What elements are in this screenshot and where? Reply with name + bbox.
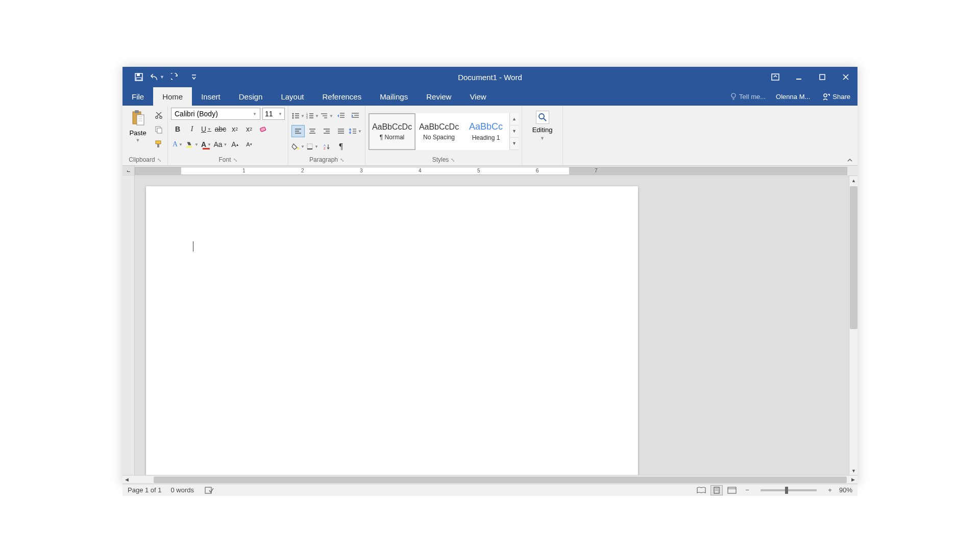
tab-file[interactable]: File [122, 87, 153, 106]
multilevel-list-button[interactable]: ▼ [320, 110, 333, 122]
quick-access-toolbar: ▼ [122, 70, 201, 84]
svg-point-10 [824, 94, 827, 97]
close-button[interactable] [834, 67, 857, 87]
spell-check-icon[interactable] [203, 485, 215, 495]
zoom-out-button[interactable]: − [741, 485, 753, 495]
account-user[interactable]: Olenna M... [771, 93, 815, 101]
style-scroll-down[interactable]: ▼ [510, 126, 519, 138]
bold-button[interactable]: B [171, 123, 184, 135]
scroll-up-arrow[interactable]: ▲ [849, 176, 857, 185]
styles-dialog-launcher[interactable]: ⤡ [451, 157, 455, 163]
increase-indent-button[interactable] [349, 110, 362, 122]
align-left-button[interactable] [291, 125, 305, 137]
sort-button[interactable]: AZ [320, 140, 333, 153]
tell-me-search[interactable]: Tell me... [725, 93, 771, 101]
document-page[interactable] [146, 186, 638, 475]
show-hide-button[interactable]: ¶ [334, 140, 348, 153]
italic-button[interactable]: I [185, 123, 199, 135]
shrink-font-button[interactable]: A▾ [242, 138, 256, 151]
format-painter-button[interactable] [153, 138, 164, 149]
vscroll-thumb[interactable] [850, 186, 857, 329]
borders-button[interactable]: ▼ [306, 140, 319, 153]
tab-review[interactable]: Review [417, 87, 460, 106]
ruler-track[interactable]: 1 2 3 4 5 6 7 [135, 167, 847, 175]
style-heading-1[interactable]: AaBbCc Heading 1 [462, 113, 509, 150]
style-normal[interactable]: AaBbCcDc ¶ Normal [369, 113, 415, 150]
highlight-button[interactable]: ▼ [185, 138, 199, 151]
text-effects-button[interactable]: A▼ [171, 138, 184, 151]
superscript-button[interactable]: x2 [242, 123, 256, 135]
editing-button[interactable]: Editing ▼ [525, 108, 559, 141]
web-layout-icon[interactable] [726, 485, 738, 495]
underline-button[interactable]: U▼ [200, 123, 213, 135]
line-spacing-button[interactable]: ▼ [349, 125, 362, 137]
group-styles: AaBbCcDc ¶ Normal AaBbCcDc No Spacing Aa… [365, 106, 522, 165]
shading-button[interactable]: ▼ [291, 140, 305, 153]
indent-icon [351, 112, 359, 119]
print-layout-icon[interactable] [710, 485, 723, 495]
share-button[interactable]: Share [815, 92, 857, 101]
maximize-button[interactable] [811, 67, 834, 87]
style-expand[interactable]: ▼ [510, 138, 519, 150]
justify-button[interactable] [334, 125, 348, 137]
zoom-level[interactable]: 90% [839, 486, 852, 494]
zoom-thumb[interactable] [785, 487, 788, 494]
minimize-button[interactable] [787, 67, 811, 87]
change-case-button[interactable]: Aa▼ [214, 138, 227, 151]
font-size-combo[interactable]: 11▼ [262, 108, 285, 120]
number-list-button[interactable]: 123▼ [306, 110, 319, 122]
grow-font-button[interactable]: A▴ [228, 138, 241, 151]
horizontal-scrollbar[interactable]: ◀ ▶ [122, 475, 857, 484]
paragraph-dialog-launcher[interactable]: ⤡ [340, 157, 344, 163]
paste-dropdown-caret[interactable]: ▼ [136, 138, 140, 143]
ruler-mark: 7 [595, 168, 598, 173]
vertical-ruler[interactable] [122, 176, 135, 475]
scroll-left-arrow[interactable]: ◀ [122, 475, 131, 484]
copy-button[interactable] [153, 124, 164, 135]
page-count[interactable]: Page 1 of 1 [128, 486, 162, 494]
svg-rect-64 [307, 144, 312, 149]
hscroll-thumb[interactable] [154, 477, 847, 483]
collapse-ribbon-button[interactable] [846, 157, 853, 163]
tab-view[interactable]: View [460, 87, 495, 106]
cut-button[interactable] [153, 110, 164, 121]
vertical-scrollbar[interactable]: ▲ ▼ [849, 176, 857, 475]
clear-formatting-button[interactable] [257, 123, 270, 135]
scroll-down-arrow[interactable]: ▼ [849, 466, 857, 475]
zoom-slider[interactable] [761, 489, 817, 491]
save-icon[interactable] [132, 70, 146, 84]
align-center-button[interactable] [306, 125, 319, 137]
tab-selector[interactable]: ⌙ [122, 166, 135, 176]
undo-button[interactable]: ▼ [150, 70, 164, 84]
scroll-right-arrow[interactable]: ▶ [849, 475, 857, 484]
tab-references[interactable]: References [313, 87, 371, 106]
align-right-button[interactable] [320, 125, 333, 137]
customize-qat-button[interactable] [187, 70, 201, 84]
bullet-list-button[interactable]: ▼ [291, 110, 305, 122]
zoom-in-button[interactable]: + [824, 485, 836, 495]
tab-design[interactable]: Design [230, 87, 272, 106]
font-name-combo[interactable]: Calibri (Body)▼ [171, 108, 260, 120]
ribbon-display-options-icon[interactable] [764, 67, 787, 87]
paste-button[interactable]: Paste ▼ [126, 110, 150, 143]
strikethrough-button[interactable]: abc [214, 123, 227, 135]
horizontal-ruler[interactable]: ⌙ 1 2 3 4 5 6 7 [122, 166, 857, 176]
font-dialog-launcher[interactable]: ⤡ [233, 157, 237, 163]
font-color-button[interactable]: A▼ [200, 138, 213, 151]
line-spacing-icon [349, 128, 357, 135]
tab-insert[interactable]: Insert [192, 87, 230, 106]
editing-dropdown-caret[interactable]: ▼ [540, 136, 545, 141]
read-mode-icon[interactable] [695, 485, 707, 495]
decrease-indent-button[interactable] [334, 110, 348, 122]
redo-button[interactable] [168, 70, 183, 84]
tab-layout[interactable]: Layout [272, 87, 313, 106]
tab-mailings[interactable]: Mailings [371, 87, 417, 106]
word-count[interactable]: 0 words [171, 486, 194, 494]
clipboard-dialog-launcher[interactable]: ⤡ [157, 157, 161, 163]
subscript-button[interactable]: x2 [228, 123, 241, 135]
undo-dropdown-caret[interactable]: ▼ [160, 74, 164, 80]
svg-point-29 [292, 115, 294, 117]
style-scroll-up[interactable]: ▲ [510, 113, 519, 126]
tab-home[interactable]: Home [153, 87, 192, 106]
style-no-spacing[interactable]: AaBbCcDc No Spacing [415, 113, 462, 150]
